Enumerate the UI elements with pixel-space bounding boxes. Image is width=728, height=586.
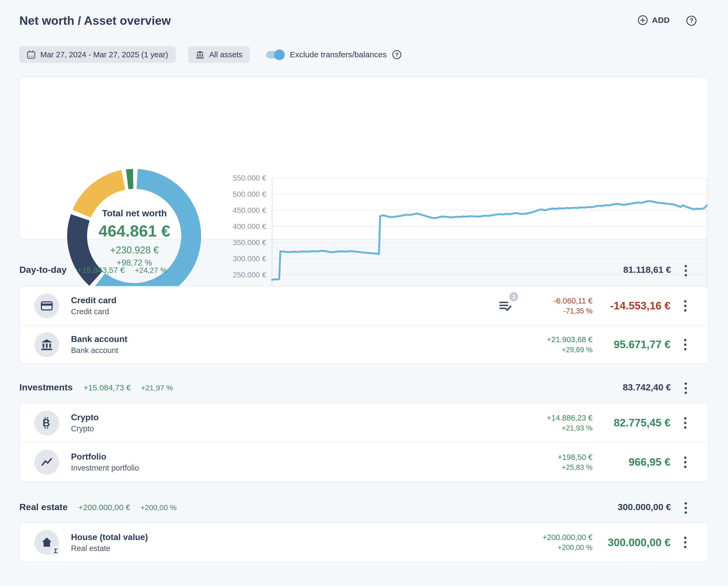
asset-title: Portfolio bbox=[71, 452, 139, 462]
total-net-worth-value: 464.861 € bbox=[89, 222, 180, 240]
asset-title: Bank account bbox=[71, 334, 127, 344]
date-range-filter[interactable]: Mar 27, 2024 - Mar 27, 2025 (1 year) bbox=[19, 46, 176, 63]
bitcoin-icon: B bbox=[34, 411, 59, 435]
svg-text:500.000 €: 500.000 € bbox=[233, 190, 266, 198]
tasks-count-badge: 1 bbox=[509, 292, 518, 301]
asset-delta: +198,50 € bbox=[531, 453, 593, 462]
investments-card: B Crypto Crypto +14.886,23 € +21,93 % 82… bbox=[19, 403, 709, 482]
pending-tasks-indicator[interactable]: 1 bbox=[498, 299, 531, 313]
asset-title: Crypto bbox=[71, 412, 99, 422]
section-total: 81.118,61 € bbox=[593, 265, 671, 275]
section-name: Investments bbox=[19, 382, 73, 393]
asset-row-house[interactable]: Σ House (total value) Real estate +200.0… bbox=[20, 523, 708, 562]
summary-card: Total net worth 464.861 € +230.928 € +98… bbox=[19, 77, 709, 240]
list-check-icon bbox=[498, 299, 512, 313]
section-delta: +15.843,57 € bbox=[77, 266, 125, 275]
asset-row-credit-card[interactable]: Credit card Credit card 1 -6.060,11 € -7… bbox=[20, 287, 708, 325]
asset-filter[interactable]: All assets bbox=[188, 46, 250, 63]
donut-center-text: Total net worth 464.861 € +230.928 € +98… bbox=[89, 208, 180, 268]
bank-icon bbox=[34, 332, 59, 357]
toggle-knob bbox=[274, 49, 285, 60]
asset-menu-button[interactable] bbox=[671, 339, 700, 351]
real-estate-card: Σ House (total value) Real estate +200.0… bbox=[19, 522, 709, 563]
asset-delta-pct: +200,00 % bbox=[531, 543, 593, 552]
house-sum-icon: Σ bbox=[34, 530, 59, 555]
svg-text:450.000 €: 450.000 € bbox=[233, 206, 266, 215]
svg-text:?: ? bbox=[395, 51, 399, 57]
add-button-label: ADD bbox=[652, 16, 670, 25]
svg-text:400.000 €: 400.000 € bbox=[233, 222, 266, 230]
asset-delta-pct: +29,69 % bbox=[531, 346, 593, 354]
section-delta: +15.084,73 € bbox=[83, 383, 131, 392]
asset-title: House (total value) bbox=[71, 532, 148, 542]
asset-total: -14.553,16 € bbox=[593, 300, 671, 312]
exclude-transfers-toggle[interactable] bbox=[266, 51, 282, 58]
asset-delta: +200.000,00 € bbox=[531, 533, 593, 542]
asset-subtitle: Real estate bbox=[71, 544, 148, 553]
section-delta-pct: +21,97 % bbox=[141, 384, 173, 392]
asset-menu-button[interactable] bbox=[671, 536, 700, 548]
credit-card-icon bbox=[34, 294, 59, 318]
asset-total: 95.671,77 € bbox=[593, 339, 671, 350]
asset-delta: -6.060,11 € bbox=[531, 296, 593, 306]
date-range-label: Mar 27, 2024 - Mar 27, 2025 (1 year) bbox=[40, 50, 168, 59]
section-total: 300.000,00 € bbox=[593, 502, 671, 512]
calendar-icon bbox=[27, 50, 36, 59]
section-menu-button[interactable] bbox=[671, 502, 701, 514]
asset-row-portfolio[interactable]: Portfolio Investment portfolio +198,50 €… bbox=[20, 442, 708, 481]
asset-subtitle: Investment portfolio bbox=[71, 464, 139, 472]
total-net-worth-label: Total net worth bbox=[89, 208, 180, 218]
section-delta-pct: +200,00 % bbox=[140, 504, 177, 512]
asset-delta-pct: -71,35 % bbox=[531, 307, 593, 315]
sigma-badge: Σ bbox=[51, 546, 61, 556]
asset-total: 966,95 € bbox=[593, 456, 671, 468]
section-header-real-estate: Real estate +200.000,00 € +200,00 % 300.… bbox=[19, 502, 709, 514]
asset-delta-pct: +21,93 % bbox=[531, 424, 593, 432]
page-title: Net worth / Asset overview bbox=[19, 14, 171, 27]
asset-filter-label: All assets bbox=[209, 50, 242, 59]
svg-text:300.000 €: 300.000 € bbox=[233, 254, 266, 263]
asset-delta: +21.903,68 € bbox=[531, 335, 593, 344]
bank-icon bbox=[196, 50, 205, 59]
section-header-day-to-day: Day-to-day +15.843,57 € +24,27 % 81.118,… bbox=[19, 265, 709, 277]
section-name: Day-to-day bbox=[19, 265, 67, 275]
asset-title: Credit card bbox=[71, 295, 116, 306]
asset-menu-button[interactable] bbox=[671, 456, 700, 468]
asset-total: 82.775,45 € bbox=[593, 417, 671, 429]
section-delta: +200.000,00 € bbox=[78, 503, 130, 512]
asset-menu-button[interactable] bbox=[671, 300, 700, 312]
toggle-help-icon[interactable]: ? bbox=[392, 50, 401, 59]
trend-line-icon bbox=[34, 450, 59, 474]
total-net-worth-delta: +230.928 € bbox=[89, 245, 180, 256]
section-total: 83.742,40 € bbox=[593, 382, 671, 393]
asset-subtitle: Credit card bbox=[71, 307, 116, 316]
asset-menu-button[interactable] bbox=[671, 417, 700, 429]
net-worth-page: Net worth / Asset overview ADD ? Mar 27,… bbox=[0, 0, 728, 586]
plus-circle-icon bbox=[638, 15, 648, 25]
svg-text:550.000 €: 550.000 € bbox=[233, 174, 266, 182]
exclude-transfers-label: Exclude transfers/balances bbox=[290, 50, 387, 59]
section-menu-button[interactable] bbox=[671, 265, 701, 277]
asset-row-crypto[interactable]: B Crypto Crypto +14.886,23 € +21,93 % 82… bbox=[20, 403, 708, 442]
asset-delta: +14.886,23 € bbox=[531, 414, 593, 422]
svg-text:?: ? bbox=[690, 17, 693, 24]
day-to-day-card: Credit card Credit card 1 -6.060,11 € -7… bbox=[19, 286, 709, 364]
section-name: Real estate bbox=[19, 502, 68, 512]
svg-text:B: B bbox=[43, 417, 50, 429]
exclude-transfers-toggle-group: Exclude transfers/balances ? bbox=[266, 46, 401, 63]
asset-subtitle: Bank account bbox=[71, 346, 127, 355]
section-header-investments: Investments +15.084,73 € +21,97 % 83.742… bbox=[19, 382, 709, 394]
asset-row-bank-account[interactable]: Bank account Bank account +21.903,68 € +… bbox=[20, 325, 708, 364]
asset-total: 300.000,00 € bbox=[593, 537, 671, 548]
asset-subtitle: Crypto bbox=[71, 424, 99, 433]
add-button[interactable]: ADD bbox=[638, 15, 670, 25]
help-icon[interactable]: ? bbox=[686, 15, 697, 27]
section-menu-button[interactable] bbox=[671, 382, 701, 394]
section-delta-pct: +24,27 % bbox=[135, 266, 167, 275]
asset-delta-pct: +25,83 % bbox=[531, 463, 593, 472]
svg-text:350.000 €: 350.000 € bbox=[233, 238, 266, 247]
